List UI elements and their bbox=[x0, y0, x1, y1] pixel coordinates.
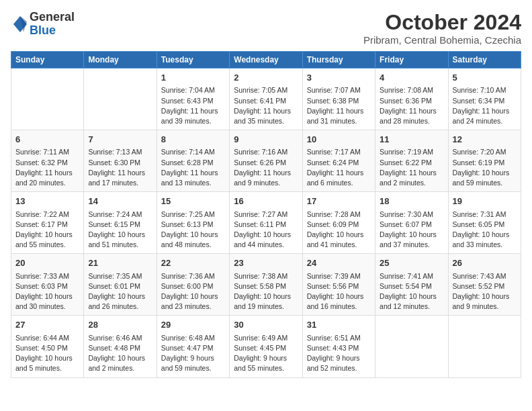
day-number: 21 bbox=[88, 257, 152, 269]
calendar-cell: 17Sunrise: 7:28 AM Sunset: 6:09 PM Dayli… bbox=[302, 192, 375, 254]
week-row-4: 20Sunrise: 7:33 AM Sunset: 6:03 PM Dayli… bbox=[11, 254, 521, 316]
day-info: Sunrise: 7:35 AM Sunset: 6:01 PM Dayligh… bbox=[88, 271, 152, 312]
day-number: 28 bbox=[88, 319, 152, 331]
day-number: 29 bbox=[161, 319, 225, 331]
page-header: General Blue October 2024 Pribram, Centr… bbox=[11, 11, 521, 46]
day-info: Sunrise: 7:38 AM Sunset: 5:58 PM Dayligh… bbox=[234, 271, 298, 312]
calendar-cell: 2Sunrise: 7:05 AM Sunset: 6:41 PM Daylig… bbox=[230, 68, 302, 130]
logo-icon bbox=[12, 15, 28, 34]
weekday-header-tuesday: Tuesday bbox=[157, 52, 229, 68]
day-number: 27 bbox=[15, 319, 79, 331]
logo: General Blue bbox=[11, 11, 75, 38]
day-info: Sunrise: 7:30 AM Sunset: 6:07 PM Dayligh… bbox=[380, 210, 443, 250]
calendar-cell: 30Sunrise: 6:49 AM Sunset: 4:45 PM Dayli… bbox=[230, 316, 302, 377]
day-info: Sunrise: 6:49 AM Sunset: 4:45 PM Dayligh… bbox=[234, 333, 298, 374]
weekday-header-sunday: Sunday bbox=[11, 52, 84, 68]
day-info: Sunrise: 6:48 AM Sunset: 4:47 PM Dayligh… bbox=[161, 333, 225, 374]
day-number: 8 bbox=[161, 134, 225, 146]
title-block: October 2024 Pribram, Central Bohemia, C… bbox=[363, 11, 521, 46]
day-number: 20 bbox=[15, 257, 79, 269]
day-info: Sunrise: 7:10 AM Sunset: 6:34 PM Dayligh… bbox=[453, 85, 517, 126]
day-info: Sunrise: 7:36 AM Sunset: 6:00 PM Dayligh… bbox=[161, 271, 225, 312]
logo-line1: General bbox=[30, 11, 75, 24]
calendar-cell: 7Sunrise: 7:13 AM Sunset: 6:30 PM Daylig… bbox=[84, 130, 157, 192]
calendar-cell: 21Sunrise: 7:35 AM Sunset: 6:01 PM Dayli… bbox=[84, 254, 157, 316]
day-number: 2 bbox=[234, 72, 298, 84]
calendar-cell: 16Sunrise: 7:27 AM Sunset: 6:11 PM Dayli… bbox=[230, 192, 302, 254]
day-number: 14 bbox=[88, 195, 152, 208]
calendar-cell: 18Sunrise: 7:30 AM Sunset: 6:07 PM Dayli… bbox=[375, 192, 448, 254]
day-number: 10 bbox=[307, 134, 371, 146]
weekday-header-monday: Monday bbox=[84, 52, 157, 68]
day-info: Sunrise: 7:22 AM Sunset: 6:17 PM Dayligh… bbox=[15, 210, 79, 250]
weekday-header-saturday: Saturday bbox=[448, 52, 521, 68]
calendar-cell: 12Sunrise: 7:20 AM Sunset: 6:19 PM Dayli… bbox=[448, 130, 521, 192]
day-number: 22 bbox=[161, 257, 225, 269]
day-number: 6 bbox=[15, 134, 79, 146]
calendar-cell bbox=[84, 68, 157, 130]
day-info: Sunrise: 7:33 AM Sunset: 6:03 PM Dayligh… bbox=[15, 271, 79, 312]
calendar-cell: 13Sunrise: 7:22 AM Sunset: 6:17 PM Dayli… bbox=[11, 192, 84, 254]
day-info: Sunrise: 7:39 AM Sunset: 5:56 PM Dayligh… bbox=[307, 271, 371, 312]
day-number: 24 bbox=[307, 257, 371, 269]
day-number: 1 bbox=[161, 72, 225, 84]
day-info: Sunrise: 7:07 AM Sunset: 6:38 PM Dayligh… bbox=[307, 85, 371, 126]
day-info: Sunrise: 6:44 AM Sunset: 4:50 PM Dayligh… bbox=[15, 333, 79, 374]
day-info: Sunrise: 7:14 AM Sunset: 6:28 PM Dayligh… bbox=[161, 147, 225, 188]
day-info: Sunrise: 7:19 AM Sunset: 6:22 PM Dayligh… bbox=[380, 147, 443, 188]
weekday-header-friday: Friday bbox=[375, 52, 448, 68]
calendar-cell: 24Sunrise: 7:39 AM Sunset: 5:56 PM Dayli… bbox=[302, 254, 375, 316]
calendar-cell bbox=[448, 316, 521, 377]
logo-text: General Blue bbox=[30, 11, 75, 38]
day-info: Sunrise: 7:13 AM Sunset: 6:30 PM Dayligh… bbox=[88, 147, 152, 188]
calendar-cell: 6Sunrise: 7:11 AM Sunset: 6:32 PM Daylig… bbox=[11, 130, 84, 192]
day-number: 15 bbox=[161, 195, 225, 208]
calendar-header: SundayMondayTuesdayWednesdayThursdayFrid… bbox=[11, 52, 521, 68]
day-info: Sunrise: 7:41 AM Sunset: 5:54 PM Dayligh… bbox=[380, 271, 443, 312]
calendar-cell: 19Sunrise: 7:31 AM Sunset: 6:05 PM Dayli… bbox=[448, 192, 521, 254]
calendar-cell: 4Sunrise: 7:08 AM Sunset: 6:36 PM Daylig… bbox=[375, 68, 448, 130]
day-number: 12 bbox=[453, 134, 517, 146]
calendar-cell: 10Sunrise: 7:17 AM Sunset: 6:24 PM Dayli… bbox=[302, 130, 375, 192]
calendar-cell: 28Sunrise: 6:46 AM Sunset: 4:48 PM Dayli… bbox=[84, 316, 157, 377]
calendar-body: 1Sunrise: 7:04 AM Sunset: 6:43 PM Daylig… bbox=[11, 68, 521, 377]
day-number: 26 bbox=[453, 257, 517, 269]
weekday-header-wednesday: Wednesday bbox=[230, 52, 302, 68]
day-number: 9 bbox=[234, 134, 298, 146]
day-info: Sunrise: 7:04 AM Sunset: 6:43 PM Dayligh… bbox=[161, 85, 225, 126]
day-info: Sunrise: 7:31 AM Sunset: 6:05 PM Dayligh… bbox=[453, 210, 517, 250]
week-row-3: 13Sunrise: 7:22 AM Sunset: 6:17 PM Dayli… bbox=[11, 192, 521, 254]
day-number: 18 bbox=[380, 195, 443, 208]
weekday-row: SundayMondayTuesdayWednesdayThursdayFrid… bbox=[11, 52, 521, 68]
day-number: 4 bbox=[380, 72, 443, 84]
day-info: Sunrise: 7:24 AM Sunset: 6:15 PM Dayligh… bbox=[88, 210, 152, 250]
day-info: Sunrise: 7:11 AM Sunset: 6:32 PM Dayligh… bbox=[15, 147, 79, 188]
calendar-cell bbox=[11, 68, 84, 130]
calendar-cell: 9Sunrise: 7:16 AM Sunset: 6:26 PM Daylig… bbox=[230, 130, 302, 192]
calendar-cell: 5Sunrise: 7:10 AM Sunset: 6:34 PM Daylig… bbox=[448, 68, 521, 130]
calendar-cell: 11Sunrise: 7:19 AM Sunset: 6:22 PM Dayli… bbox=[375, 130, 448, 192]
calendar-table: SundayMondayTuesdayWednesdayThursdayFrid… bbox=[11, 51, 521, 377]
calendar-cell: 26Sunrise: 7:43 AM Sunset: 5:52 PM Dayli… bbox=[448, 254, 521, 316]
week-row-5: 27Sunrise: 6:44 AM Sunset: 4:50 PM Dayli… bbox=[11, 316, 521, 377]
day-info: Sunrise: 7:27 AM Sunset: 6:11 PM Dayligh… bbox=[234, 210, 298, 250]
day-info: Sunrise: 7:16 AM Sunset: 6:26 PM Dayligh… bbox=[234, 147, 298, 188]
calendar-cell: 8Sunrise: 7:14 AM Sunset: 6:28 PM Daylig… bbox=[157, 130, 229, 192]
day-number: 11 bbox=[380, 134, 443, 146]
day-info: Sunrise: 6:46 AM Sunset: 4:48 PM Dayligh… bbox=[88, 333, 152, 374]
calendar-cell bbox=[375, 316, 448, 377]
day-number: 31 bbox=[307, 319, 371, 331]
calendar-cell: 22Sunrise: 7:36 AM Sunset: 6:00 PM Dayli… bbox=[157, 254, 229, 316]
day-number: 16 bbox=[234, 195, 298, 208]
day-info: Sunrise: 7:08 AM Sunset: 6:36 PM Dayligh… bbox=[380, 85, 443, 126]
calendar-cell: 3Sunrise: 7:07 AM Sunset: 6:38 PM Daylig… bbox=[302, 68, 375, 130]
day-number: 3 bbox=[307, 72, 371, 84]
weekday-header-thursday: Thursday bbox=[302, 52, 375, 68]
day-number: 17 bbox=[307, 195, 371, 208]
calendar-cell: 20Sunrise: 7:33 AM Sunset: 6:03 PM Dayli… bbox=[11, 254, 84, 316]
calendar-cell: 25Sunrise: 7:41 AM Sunset: 5:54 PM Dayli… bbox=[375, 254, 448, 316]
day-info: Sunrise: 7:25 AM Sunset: 6:13 PM Dayligh… bbox=[161, 210, 225, 250]
day-info: Sunrise: 6:51 AM Sunset: 4:43 PM Dayligh… bbox=[307, 333, 371, 374]
month-title: October 2024 bbox=[363, 11, 521, 34]
calendar-cell: 14Sunrise: 7:24 AM Sunset: 6:15 PM Dayli… bbox=[84, 192, 157, 254]
